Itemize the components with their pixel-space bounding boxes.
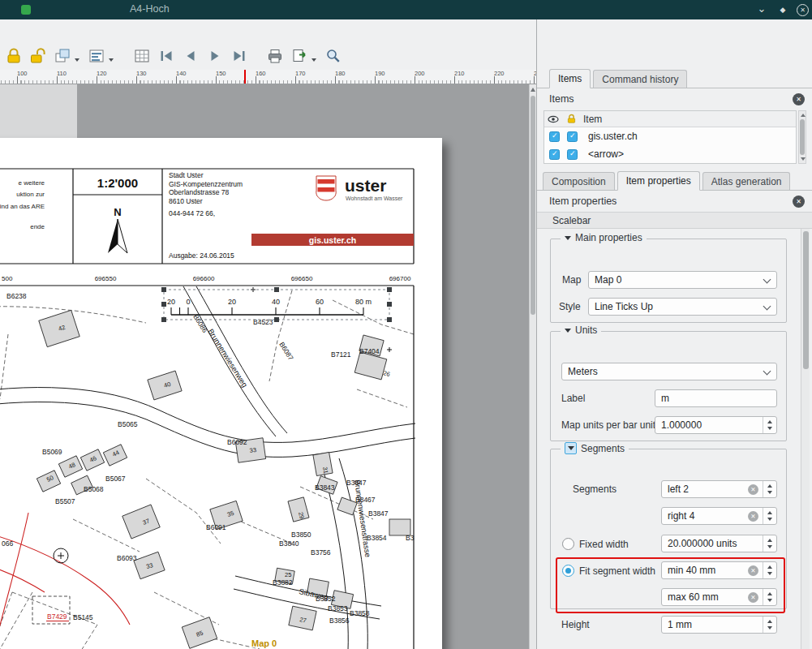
lock-icon [566,114,577,124]
spin-arrows[interactable] [763,508,776,524]
visibility-checkbox[interactable] [549,149,560,160]
dropdown-caret-icon[interactable] [311,58,316,62]
spin-arrows[interactable] [763,481,776,497]
visibility-checkbox[interactable] [549,131,560,142]
canvas-vertical-scrollbar[interactable] [529,84,536,649]
map-label: B3853 [328,604,348,612]
ruler-tick-label: 210 [454,70,465,77]
atlas-settings-button[interactable] [323,45,344,67]
address-line: Stadt Uster [169,171,204,179]
last-feature-button[interactable] [229,45,250,67]
spin-up-icon [767,484,772,488]
map-units-spinbox[interactable]: 1.000000 [655,416,777,434]
eye-icon [548,114,559,125]
map-label: B3858 [350,609,370,617]
scroll-up-arrow-icon[interactable] [531,88,535,92]
dropdown-caret-icon[interactable] [75,58,79,62]
spin-arrows[interactable] [763,535,776,552]
spin-value: 1 mm [668,619,692,630]
raise-items-button[interactable] [52,45,73,67]
fixed-width-spinbox[interactable]: 20.000000 units [661,535,777,552]
tab-composition[interactable]: Composition [543,172,615,190]
collapse-arrow-icon[interactable] [565,329,571,333]
lock-items-button[interactable] [3,45,24,67]
units-combobox[interactable]: Meters [561,363,777,380]
composition-page[interactable]: B623842B6086BrunnenwiesenwegB4523B6087B7… [0,138,442,649]
window-close-button[interactable] [797,4,809,16]
header-note-line: uktion zur [16,191,45,198]
scalebar-number: 0 [186,298,190,306]
properties-scrollbar[interactable] [801,229,810,649]
spin-down-icon [767,491,772,494]
window-maximize-button[interactable] [775,2,790,17]
tab-command-history[interactable]: Command history [593,70,687,88]
skip-last-icon [230,47,248,65]
dock-tabbar-bottom: Composition Item properties Atlas genera… [537,170,812,191]
unit-label-label: Label [561,393,585,404]
items-tree-scrollbar[interactable] [798,110,806,164]
segments-right-spinbox[interactable]: right 4 [661,507,777,525]
lock-checkbox[interactable] [567,149,578,160]
tab-item-properties[interactable]: Item properties [617,171,700,191]
dropdown-caret-icon[interactable] [109,58,114,62]
segments-left-spinbox[interactable]: left 2 [661,480,777,498]
lock-checkbox[interactable] [567,131,578,142]
scroll-up-arrow-icon[interactable] [801,114,806,117]
map-coordinate-label: 696550 [95,275,117,282]
horizontal-ruler: 1001101201301401501601701801902002102202… [0,70,536,84]
clear-icon[interactable] [748,484,758,495]
style-label: Style [559,301,581,312]
print-atlas-button[interactable] [264,45,286,67]
composition-canvas[interactable]: B623842B6086BrunnenwiesenwegB4523B6087B7… [0,84,529,649]
first-feature-button[interactable] [156,45,177,67]
header-table: 1:2'000 e weitere uktion zur e sind an d… [0,169,414,264]
map-label: B6092 [227,438,247,446]
scrollbar-thumb[interactable] [803,231,809,369]
address-line: 8610 Uster [169,197,203,205]
map-label: B7121 [331,350,351,359]
window-shade-button[interactable] [754,2,769,17]
collapse-arrow-box[interactable] [565,442,577,454]
map-label: B3843 [315,484,335,492]
height-spinbox[interactable]: 1 mm [661,616,777,634]
map-label: B3 [406,534,415,542]
map-label: Brunnenwiesenweg [206,327,249,389]
chevron-down-icon [763,367,771,376]
previous-feature-button[interactable] [180,45,201,67]
align-items-button[interactable] [86,45,107,67]
spin-value: 1.000000 [661,419,702,431]
spin-up-icon [767,539,772,542]
unit-label-field[interactable]: m [655,389,777,407]
map-combobox[interactable]: Map 0 [588,271,777,289]
item-row[interactable]: <arrow> [544,145,796,163]
item-row[interactable]: gis.uster.ch [544,127,796,145]
next-feature-button[interactable] [204,45,226,67]
spin-arrows[interactable] [763,617,776,633]
unlock-items-button[interactable] [28,45,49,67]
tab-items[interactable]: Items [549,69,591,88]
items-tree[interactable]: Item gis.uster.ch <arrow> [543,110,797,164]
scroll-down-arrow-icon[interactable] [801,157,806,161]
scalebar-numbers: 20020406080 m [167,298,372,306]
grid-icon [133,47,151,65]
export-atlas-button[interactable] [289,45,310,67]
map-coordinates: 696550696600696650696700500 [2,275,411,282]
item-label: gis.uster.ch [588,131,638,142]
tab-atlas-generation[interactable]: Atlas generation [702,172,791,190]
fixed-width-radio[interactable] [562,538,574,550]
spin-arrows[interactable] [763,417,776,433]
map-label: B3856 [329,617,350,625]
ruler-tick-label: 100 [17,70,28,77]
map-label: B5507 [55,497,75,505]
preview-atlas-button[interactable] [131,45,153,67]
map-item[interactable]: B623842B6086BrunnenwiesenwegB4523B6087B7… [0,138,442,649]
close-items-panel-button[interactable] [793,93,805,105]
segments-label: Segments [573,484,617,495]
style-combobox[interactable]: Line Ticks Up [588,298,777,316]
clear-icon[interactable] [748,511,758,522]
map-label: 31 [321,466,329,475]
collapse-arrow-icon[interactable] [565,236,571,240]
scrollbar-thumb[interactable] [531,96,535,315]
scrollbar-thumb[interactable] [800,119,805,155]
close-properties-panel-button[interactable] [793,196,805,208]
